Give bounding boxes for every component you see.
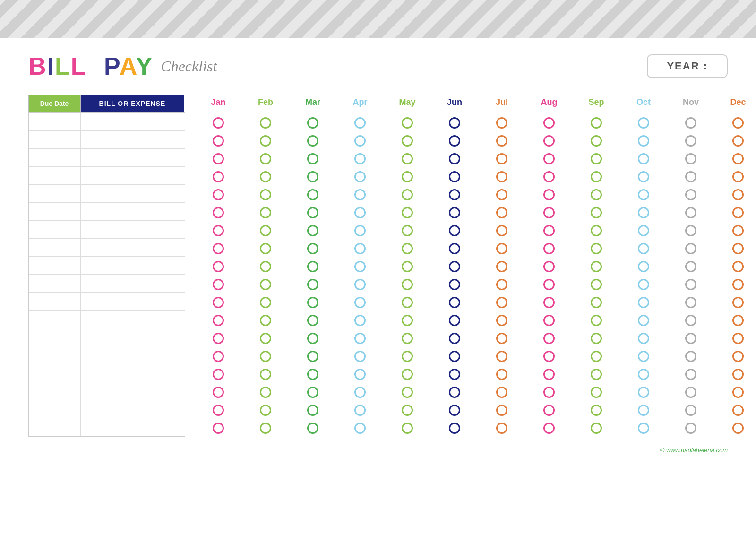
circle-may[interactable]: [402, 225, 413, 236]
bill-expense-cell[interactable]: [81, 257, 185, 274]
bill-expense-cell[interactable]: [81, 275, 185, 292]
circle-sep[interactable]: [591, 369, 602, 380]
circle-cell-feb[interactable]: [242, 387, 289, 398]
circle-cell-oct[interactable]: [620, 261, 667, 272]
circle-cell-mar[interactable]: [289, 243, 336, 254]
circle-dec[interactable]: [732, 135, 744, 147]
circle-jun[interactable]: [449, 243, 460, 254]
circle-cell-may[interactable]: [384, 333, 431, 344]
due-date-cell[interactable]: [29, 257, 81, 274]
circle-oct[interactable]: [638, 135, 649, 147]
bill-expense-cell[interactable]: [81, 293, 185, 310]
circle-dec[interactable]: [732, 117, 744, 129]
circle-cell-nov[interactable]: [667, 297, 714, 308]
circle-cell-jun[interactable]: [431, 207, 478, 218]
circle-dec[interactable]: [732, 153, 744, 164]
circle-jun[interactable]: [449, 351, 460, 362]
circle-cell-jun[interactable]: [431, 189, 478, 200]
bill-expense-cell[interactable]: [81, 149, 185, 166]
circle-oct[interactable]: [638, 189, 649, 200]
circle-jun[interactable]: [449, 261, 460, 272]
circle-aug[interactable]: [543, 315, 555, 326]
circle-oct[interactable]: [638, 387, 649, 398]
circle-cell-aug[interactable]: [525, 387, 573, 398]
circle-cell-feb[interactable]: [242, 279, 289, 290]
circle-may[interactable]: [402, 387, 413, 398]
circle-feb[interactable]: [260, 279, 271, 290]
circle-cell-jan[interactable]: [195, 243, 242, 254]
circle-cell-aug[interactable]: [525, 315, 573, 326]
circle-cell-aug[interactable]: [525, 225, 573, 236]
circle-cell-jul[interactable]: [478, 351, 525, 362]
circle-dec[interactable]: [732, 423, 744, 434]
circle-cell-feb[interactable]: [242, 333, 289, 344]
circle-jul[interactable]: [496, 189, 507, 200]
circle-cell-dec[interactable]: [714, 369, 756, 380]
circle-cell-jul[interactable]: [478, 405, 525, 416]
circle-cell-aug[interactable]: [525, 189, 573, 200]
circle-dec[interactable]: [732, 225, 744, 236]
due-date-cell[interactable]: [29, 311, 81, 328]
circle-dec[interactable]: [732, 405, 744, 416]
circle-oct[interactable]: [638, 117, 649, 129]
circle-cell-feb[interactable]: [242, 369, 289, 380]
circle-cell-aug[interactable]: [525, 117, 573, 129]
circle-cell-apr[interactable]: [336, 315, 384, 326]
circle-cell-jul[interactable]: [478, 315, 525, 326]
circle-jul[interactable]: [496, 135, 507, 147]
circle-cell-nov[interactable]: [667, 423, 714, 434]
circle-apr[interactable]: [354, 117, 366, 129]
bill-expense-cell[interactable]: [81, 167, 185, 184]
due-date-cell[interactable]: [29, 203, 81, 220]
circle-cell-jun[interactable]: [431, 171, 478, 182]
circle-cell-oct[interactable]: [620, 243, 667, 254]
circle-cell-jul[interactable]: [478, 279, 525, 290]
due-date-cell[interactable]: [29, 328, 81, 346]
circle-cell-aug[interactable]: [525, 135, 573, 147]
circle-jul[interactable]: [496, 171, 507, 182]
circle-aug[interactable]: [543, 405, 555, 416]
circle-cell-mar[interactable]: [289, 135, 336, 147]
circle-cell-sep[interactable]: [573, 315, 620, 326]
circle-cell-feb[interactable]: [242, 405, 289, 416]
circle-cell-jul[interactable]: [478, 387, 525, 398]
circle-aug[interactable]: [543, 351, 555, 362]
circle-jan[interactable]: [213, 279, 224, 290]
circle-cell-sep[interactable]: [573, 369, 620, 380]
circle-jan[interactable]: [213, 387, 224, 398]
circle-cell-feb[interactable]: [242, 315, 289, 326]
circle-may[interactable]: [402, 297, 413, 308]
bill-expense-cell[interactable]: [81, 311, 185, 328]
circle-feb[interactable]: [260, 225, 271, 236]
circle-cell-mar[interactable]: [289, 261, 336, 272]
circle-cell-may[interactable]: [384, 351, 431, 362]
circle-dec[interactable]: [732, 315, 744, 326]
bill-expense-cell[interactable]: [81, 418, 185, 436]
due-date-cell[interactable]: [29, 185, 81, 202]
circle-cell-jun[interactable]: [431, 351, 478, 362]
circle-cell-may[interactable]: [384, 117, 431, 129]
circle-feb[interactable]: [260, 243, 271, 254]
circle-cell-oct[interactable]: [620, 171, 667, 182]
circle-jan[interactable]: [213, 117, 224, 129]
circle-cell-nov[interactable]: [667, 243, 714, 254]
circle-cell-oct[interactable]: [620, 135, 667, 147]
circle-cell-jul[interactable]: [478, 297, 525, 308]
circle-cell-jun[interactable]: [431, 297, 478, 308]
circle-dec[interactable]: [732, 333, 744, 344]
circle-cell-dec[interactable]: [714, 315, 756, 326]
circle-feb[interactable]: [260, 153, 271, 164]
circle-cell-jul[interactable]: [478, 261, 525, 272]
circle-jul[interactable]: [496, 243, 507, 254]
circle-cell-aug[interactable]: [525, 333, 573, 344]
circle-cell-jan[interactable]: [195, 423, 242, 434]
circle-jan[interactable]: [213, 405, 224, 416]
circle-cell-jan[interactable]: [195, 387, 242, 398]
circle-dec[interactable]: [732, 279, 744, 290]
circle-cell-sep[interactable]: [573, 279, 620, 290]
circle-mar[interactable]: [307, 279, 318, 290]
circle-feb[interactable]: [260, 207, 271, 218]
circle-cell-sep[interactable]: [573, 135, 620, 147]
due-date-cell[interactable]: [29, 221, 81, 238]
circle-cell-mar[interactable]: [289, 189, 336, 200]
